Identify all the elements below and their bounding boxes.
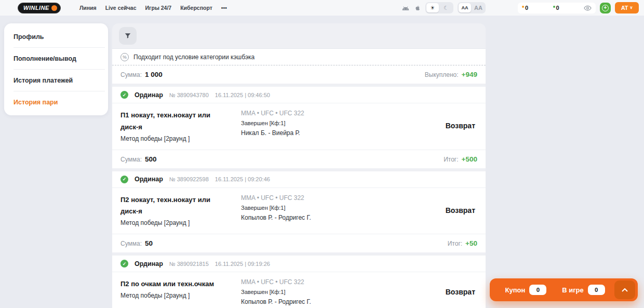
coupon-label: Купон — [505, 286, 526, 294]
bet-type: Ординар — [135, 91, 163, 99]
nav-liniya[interactable]: Линия — [79, 5, 97, 11]
theme-toggle: ☀ ☾ — [425, 2, 453, 14]
nav-more[interactable]: ••• — [221, 5, 227, 11]
bet-cards-list: % Подходит под условие категории кэшбэка… — [112, 48, 486, 308]
theme-dark-button[interactable]: ☾ — [440, 3, 452, 12]
filter-button[interactable] — [119, 27, 137, 45]
bet-datetime: 16.11.2025 | 09:46:50 — [215, 92, 270, 98]
account-button[interactable]: AT ∨ — [615, 2, 639, 14]
bet-match: Никал Б. - Виейра Р. — [241, 129, 438, 137]
bet-event: MMA • UFC • UFC 322 Завершен [Кф:1] Копы… — [241, 278, 438, 305]
bet-match: Копылов Р. - Родригес Г. — [241, 214, 438, 221]
bet-card[interactable]: ✓ Ординар № 3890921815 16.11.2025 | 09:1… — [112, 256, 486, 308]
bet-number: № 3890921815 — [169, 261, 209, 267]
total-label: Итог: — [448, 240, 462, 247]
bet-datetime: 16.11.2025 | 09:20:46 — [215, 176, 270, 182]
bet-number: № 3890943780 — [169, 92, 209, 98]
bet-card-partial: % Подходит под условие категории кэшбэка… — [112, 49, 486, 84]
bet-outcome: П2 по очкам или техн.очкам — [120, 278, 224, 290]
bet-event: MMA • UFC • UFC 322 Завершен [Кф:1] Ника… — [241, 110, 438, 142]
bet-selection: П2 по очкам или техн.очкам Метод победы … — [120, 278, 234, 305]
total-value: +50 — [465, 239, 477, 247]
nav-games-24-7[interactable]: Игры 24/7 — [145, 5, 172, 11]
total-label: Итог: — [444, 156, 458, 163]
nav-cybersport[interactable]: Киберспорт — [180, 5, 212, 11]
cashback-row: % Подходит под условие категории кэшбэка — [112, 49, 486, 65]
chevron-down-icon: ∨ — [630, 6, 633, 10]
in-play-count: 0 — [588, 285, 605, 295]
funnel-icon — [124, 32, 131, 39]
logo-dot-icon — [51, 5, 57, 11]
bet-card-body: П1 нокаут, техн.нокаут или диск-я Метод … — [112, 103, 486, 150]
winline-logo[interactable]: WINLINE — [18, 3, 61, 14]
sidebar-item-deposit-withdraw[interactable]: Пополнение/вывод — [4, 48, 108, 69]
bet-datetime: 16.11.2025 | 09:19:26 — [215, 261, 270, 267]
bet-card-body: П2 нокаут, техн.нокаут или диск-я Метод … — [112, 188, 486, 235]
nav-live[interactable]: Live сейчас — [105, 5, 137, 11]
bet-match: Копылов Р. - Родригес Г. — [241, 298, 438, 305]
logo-text: WINLINE — [23, 5, 49, 11]
bet-result: Возврат — [446, 288, 477, 296]
plus-icon: + — [602, 5, 609, 11]
bet-card[interactable]: ✓ Ординар № 3890922598 16.11.2025 | 09:2… — [112, 171, 486, 253]
top-nav: Линия Live сейчас Игры 24/7 Киберспорт •… — [79, 5, 227, 11]
in-play-counter[interactable]: В игре 0 — [557, 285, 610, 295]
eye-icon[interactable] — [584, 5, 592, 11]
apple-icon[interactable] — [413, 4, 421, 12]
top-right-controls: ☀ ☾ AA AA 0 0 + AT ∨ — [401, 2, 639, 14]
check-icon: ✓ — [120, 91, 128, 99]
sum-label: Сумма: — [120, 71, 142, 78]
redeemed-value: +949 — [462, 71, 477, 78]
bet-status-detail: Завершен [Кф:1] — [241, 205, 438, 211]
bet-market: Метод победы [2раунд ] — [120, 219, 234, 226]
card-footer: Сумма: 500 Итог: +500 — [112, 150, 486, 168]
bet-selection: П1 нокаут, техн.нокаут или диск-я Метод … — [120, 110, 234, 142]
card-footer: Сумма: 1 000 Выкуплено: +949 — [112, 65, 486, 84]
total-value: +500 — [462, 155, 477, 163]
account-initials: AT — [621, 5, 628, 11]
expand-coupon-button[interactable] — [614, 280, 635, 299]
bet-number: № 3890922598 — [169, 176, 209, 182]
redeemed-label: Выкуплено: — [425, 71, 459, 78]
bet-status-detail: Завершен [Кф:1] — [241, 289, 438, 295]
bet-type: Ординар — [135, 176, 163, 183]
balance-display: 0 0 — [518, 3, 596, 14]
bet-league: MMA • UFC • UFC 322 — [241, 110, 438, 117]
chevron-up-icon — [622, 288, 628, 292]
android-icon[interactable] — [401, 4, 409, 12]
sidebar-item-payment-history[interactable]: История платежей — [4, 70, 108, 91]
profile-sidebar: Профиль Пополнение/вывод История платеже… — [4, 23, 108, 115]
bonus-dot-icon — [522, 6, 524, 8]
bet-market: Метод победы [2раунд ] — [120, 292, 234, 299]
bonus-balance: 0 — [522, 5, 550, 11]
main-balance: 0 — [553, 5, 581, 11]
bet-card-header: ✓ Ординар № 3890943780 16.11.2025 | 09:4… — [112, 87, 486, 103]
font-large-button[interactable]: AA — [472, 3, 485, 12]
bet-card-header: ✓ Ординар № 3890921815 16.11.2025 | 09:1… — [112, 256, 486, 272]
bet-card[interactable]: ✓ Ординар № 3890943780 16.11.2025 | 09:4… — [112, 87, 486, 168]
sum-label: Сумма: — [120, 156, 142, 163]
coupon-bar: Купон 0 В игре 0 — [490, 278, 638, 301]
sum-value: 500 — [145, 155, 157, 163]
sidebar-item-bet-history[interactable]: История пари — [4, 91, 108, 113]
bet-selection: П2 нокаут, техн.нокаут или диск-я Метод … — [120, 194, 234, 227]
theme-light-button[interactable]: ☀ — [426, 3, 439, 12]
bet-result: Возврат — [446, 122, 477, 130]
deposit-plus-button[interactable]: + — [600, 3, 611, 14]
coupon-count: 0 — [529, 285, 546, 295]
bet-status-detail: Завершен [Кф:1] — [241, 120, 438, 126]
font-small-button[interactable]: AA — [459, 3, 471, 12]
moon-icon: ☾ — [444, 5, 449, 11]
bet-league: MMA • UFC • UFC 322 — [241, 194, 438, 202]
card-footer: Сумма: 50 Итог: +50 — [112, 234, 486, 252]
cashback-note: Подходит под условие категории кэшбэка — [133, 53, 254, 61]
coupon-counter[interactable]: Купон 0 — [499, 285, 553, 295]
sidebar-item-profile[interactable]: Профиль — [4, 26, 108, 47]
sum-label: Сумма: — [120, 240, 142, 247]
top-header: WINLINE Линия Live сейчас Игры 24/7 Кибе… — [0, 0, 644, 16]
main-dot-icon — [553, 6, 555, 8]
bet-card-header: ✓ Ординар № 3890922598 16.11.2025 | 09:2… — [112, 171, 486, 188]
bet-outcome: П2 нокаут, техн.нокаут или диск-я — [120, 194, 224, 218]
check-icon: ✓ — [120, 176, 128, 183]
sum-value: 1 000 — [145, 71, 163, 78]
